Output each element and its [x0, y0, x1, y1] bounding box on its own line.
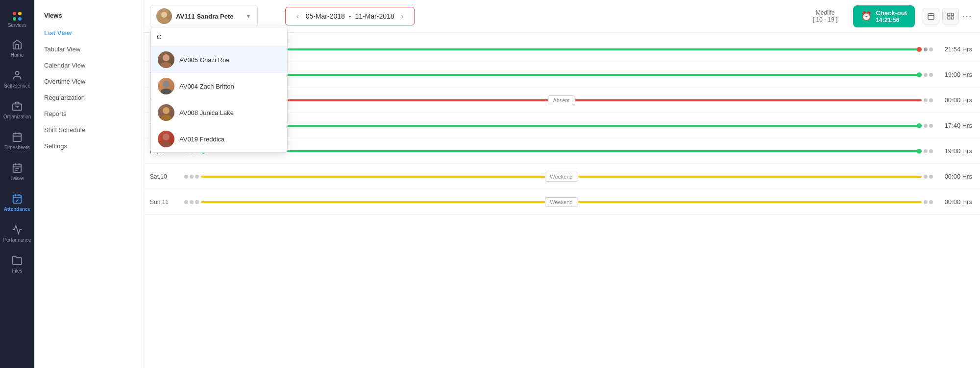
- hours-tue06: 19:00 Hrs: [933, 71, 972, 78]
- timeline-row-sun11: Sun,11 Weekend 00:00 Hrs: [142, 189, 980, 215]
- dropdown-name-AV004: AV004 Zach Britton: [179, 83, 234, 90]
- chevron-down-icon: ▼: [245, 13, 251, 20]
- checkout-label: Check-out: [876, 9, 907, 17]
- svg-point-20: [163, 81, 170, 88]
- shift-info: Medlife [ 10 - 19 ]: [813, 9, 838, 23]
- svg-point-24: [163, 134, 170, 140]
- nav-item-home[interactable]: Home: [0, 33, 34, 64]
- svg-rect-30: [948, 13, 950, 16]
- sidebar-item-shift-schedule[interactable]: Shift Schedule: [34, 122, 142, 138]
- sidebar-item-settings[interactable]: Settings: [34, 138, 142, 154]
- calendar-view-button[interactable]: [923, 8, 939, 24]
- checkout-info: Check-out 14:21:56: [876, 9, 907, 23]
- svg-point-16: [161, 12, 167, 18]
- nav-item-timesheets[interactable]: Timesheets: [0, 125, 34, 156]
- leave-icon: [11, 162, 23, 174]
- date-range: ‹ 05-Mar-2018 - 11-Mar-2018 ›: [285, 7, 415, 25]
- timeline-track-sat10: Weekend: [184, 174, 933, 179]
- day-label-sat10: Sat,10: [150, 173, 184, 180]
- timeline-track-mon05: [184, 47, 933, 52]
- nav-label-leave: Leave: [10, 176, 24, 181]
- timeline-track-wed07: Absent: [184, 98, 933, 103]
- performance-icon: [11, 224, 23, 235]
- dropdown-search-input[interactable]: [157, 33, 281, 41]
- attendance-icon: [11, 193, 23, 205]
- sidebar-item-calendar-view[interactable]: Calendar View: [34, 57, 142, 73]
- svg-point-19: [161, 62, 172, 68]
- nav-label-organization: Organization: [3, 114, 31, 119]
- dropdown-avatar-AV008: [158, 104, 174, 121]
- svg-point-21: [161, 89, 172, 94]
- svg-rect-32: [948, 17, 950, 19]
- files-icon: [11, 254, 23, 266]
- grid-view-button[interactable]: [942, 8, 959, 24]
- more-options-button[interactable]: ⋯: [962, 10, 972, 22]
- timeline-track-tue06: [184, 72, 933, 77]
- top-right-icons: ⋯: [923, 8, 972, 24]
- track-bar-thu08: [201, 125, 922, 127]
- nav-item-self-service[interactable]: Self-Service: [0, 64, 34, 94]
- svg-point-17: [159, 18, 169, 24]
- nav-label-attendance: Attendance: [4, 207, 30, 212]
- track-bar-sun11: Weekend: [201, 201, 922, 203]
- weekend-badge-sun11: Weekend: [544, 197, 578, 207]
- track-bar-mon05: [201, 48, 922, 50]
- nav-label-performance: Performance: [3, 237, 31, 243]
- nav-item-leave[interactable]: Leave: [0, 156, 34, 187]
- date-separator: -: [349, 12, 351, 20]
- employee-name: AV111 Sandra Pete: [176, 13, 242, 20]
- checkout-badge[interactable]: ⏰ Check-out 14:21:56: [853, 5, 915, 27]
- left-navigation: Services Home Self-Service Organization: [0, 0, 34, 368]
- nav-label-self-service: Self-Service: [4, 83, 30, 89]
- track-bar-fri09: [201, 150, 922, 152]
- svg-rect-26: [928, 14, 934, 20]
- top-bar: AV111 Sandra Pete ▼ AV005 Chazi Roe: [142, 0, 980, 33]
- hours-fri09: 19:00 Hrs: [933, 147, 972, 155]
- svg-point-23: [161, 115, 172, 121]
- dropdown-avatar-AV005: [158, 51, 174, 68]
- date-start: 05-Mar-2018: [306, 12, 345, 20]
- employee-dropdown: AV005 Chazi Roe AV004 Zach Britton AV008…: [150, 27, 288, 153]
- dropdown-item-AV019[interactable]: AV019 Freddica: [151, 126, 287, 152]
- sidebar-item-reports[interactable]: Reports: [34, 106, 142, 122]
- clock-icon: ⏰: [861, 11, 872, 22]
- sidebar-item-list-view[interactable]: List View: [34, 25, 142, 41]
- employee-selector[interactable]: AV111 Sandra Pete ▼ AV005 Chazi Roe: [150, 5, 258, 27]
- track-bar-tue06: [201, 74, 922, 76]
- nav-item-files[interactable]: Files: [0, 249, 34, 279]
- dropdown-item-AV004[interactable]: AV004 Zach Britton: [151, 73, 287, 99]
- timeline-track-fri09: [184, 149, 933, 154]
- hours-thu08: 17:40 Hrs: [933, 122, 972, 129]
- nav-label-timesheets: Timesheets: [4, 145, 29, 150]
- svg-point-0: [15, 71, 19, 75]
- dropdown-name-AV008: AV008 Junica Lake: [179, 109, 234, 116]
- dropdown-item-AV008[interactable]: AV008 Junica Lake: [151, 99, 287, 126]
- services-icon: [13, 12, 22, 21]
- employee-avatar: [156, 8, 172, 24]
- track-bar-wed07: Absent: [201, 99, 922, 101]
- nav-item-organization[interactable]: Organization: [0, 94, 34, 125]
- date-end: 11-Mar-2018: [355, 12, 394, 20]
- day-label-sun11: Sun,11: [150, 199, 184, 206]
- nav-item-services[interactable]: Services: [0, 5, 34, 33]
- hours-sun11: 00:00 Hrs: [933, 198, 972, 206]
- dropdown-item-AV005[interactable]: AV005 Chazi Roe: [151, 46, 287, 73]
- main-content: AV111 Sandra Pete ▼ AV005 Chazi Roe: [142, 0, 980, 368]
- sidebar-item-tabular-view[interactable]: Tabular View: [34, 41, 142, 57]
- organization-icon: [11, 100, 23, 112]
- nav-item-performance[interactable]: Performance: [0, 218, 34, 249]
- timeline-track-sun11: Weekend: [184, 200, 933, 205]
- track-bar-sat10: Weekend: [201, 176, 922, 178]
- sidebar: Views List View Tabular View Calendar Vi…: [34, 0, 142, 368]
- self-service-icon: [11, 69, 23, 81]
- home-icon: [11, 39, 23, 50]
- sidebar-item-overtime-view[interactable]: Overtime View: [34, 73, 142, 90]
- timeline-track-thu08: [184, 123, 933, 128]
- date-prev-button[interactable]: ‹: [294, 11, 302, 21]
- svg-rect-12: [13, 195, 22, 204]
- svg-point-25: [161, 141, 172, 147]
- nav-item-attendance[interactable]: Attendance: [0, 187, 34, 218]
- svg-point-18: [163, 54, 170, 61]
- sidebar-item-regularization[interactable]: Regularization: [34, 90, 142, 106]
- date-next-button[interactable]: ›: [398, 11, 407, 21]
